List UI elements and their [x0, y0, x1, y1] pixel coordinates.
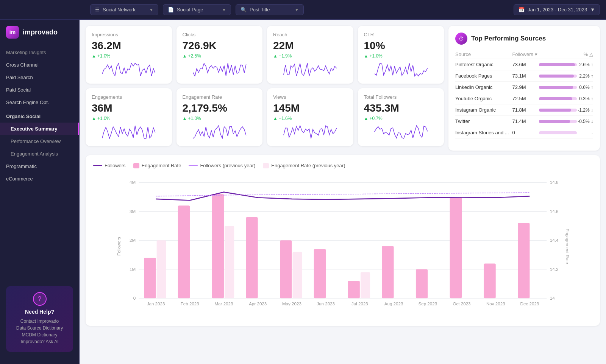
follower-count: 73.1M	[512, 70, 539, 82]
mini-bar-fill	[539, 86, 573, 89]
mini-bar	[539, 63, 577, 66]
bar-cell	[539, 59, 577, 70]
mini-bar	[539, 97, 577, 100]
mini-bar-fill	[539, 63, 575, 66]
date-range-filter[interactable]: 📅 Jan 1, 2023 - Dec 31, 2023 ▼	[514, 4, 600, 15]
help-section: ? Need Help? Contact Improvado Data Sour…	[0, 280, 79, 358]
legend-item: Engagement Rate	[133, 163, 181, 168]
svg-text:14.2: 14.2	[550, 267, 559, 272]
metric-change: ▲ +1.0%	[92, 53, 166, 59]
svg-text:Jan 2023: Jan 2023	[147, 301, 165, 306]
calendar-icon: 📅	[519, 7, 525, 12]
svg-rect-21	[280, 240, 292, 298]
metric-change: ▲ +2.5%	[183, 53, 257, 59]
bar-cell	[539, 82, 577, 93]
brand-name: improvado	[23, 28, 58, 36]
metric-label: Engagement Rate	[183, 94, 257, 100]
svg-text:0: 0	[133, 296, 136, 300]
svg-rect-24	[382, 246, 394, 298]
logo-area: im improvado	[0, 26, 79, 46]
data-source-dictionary-link[interactable]: Data Source Dictionary	[12, 325, 67, 331]
sidebar-item-performance-overview[interactable]: Performance Overview	[0, 135, 79, 148]
mini-bar-fill	[539, 75, 574, 78]
svg-text:Feb 2023: Feb 2023	[181, 301, 199, 306]
sidebar-item-paid-search[interactable]: Paid Search	[0, 71, 79, 84]
sparkline	[364, 125, 438, 140]
contact-improvado-link[interactable]: Contact Improvado	[12, 319, 67, 324]
social-network-filter[interactable]: ☰ Social Network ▼	[90, 4, 158, 15]
mcdm-dictionary-link[interactable]: MCDM Dictionary	[12, 332, 67, 338]
svg-text:Oct 2023: Oct 2023	[453, 301, 470, 306]
metric-card-total-followers: Total Followers 435.3M ▲ +0.7%	[358, 88, 444, 146]
svg-text:Apr 2023: Apr 2023	[249, 301, 267, 306]
metric-card-engagements: Engagements 36M ▲ +1.0%	[86, 88, 172, 146]
bar-cell	[539, 116, 577, 127]
svg-text:Sep 2023: Sep 2023	[418, 301, 437, 306]
metric-change: ▲ +1.9%	[273, 53, 347, 59]
top-sources-card: ⏱ Top Performing Sources Source Follower…	[448, 26, 600, 151]
post-title-filter[interactable]: 🔍 Post Title ▼	[236, 4, 304, 15]
mini-bar	[539, 75, 577, 78]
sidebar-item-executive-summary[interactable]: Executive Summary	[0, 123, 79, 135]
svg-text:14.6: 14.6	[550, 209, 559, 214]
sidebar-item-programmatic[interactable]: Programmatic	[0, 160, 79, 173]
svg-rect-23	[348, 281, 359, 298]
help-icon: ?	[33, 292, 47, 306]
sidebar-item-organic-social[interactable]: Organic Social	[0, 110, 79, 123]
svg-rect-17	[144, 258, 156, 298]
svg-text:Dec 2023: Dec 2023	[520, 301, 539, 306]
social-page-icon: 📄	[168, 7, 174, 12]
svg-rect-25	[416, 269, 428, 299]
sidebar-item-seo[interactable]: Search Engine Opt.	[0, 96, 79, 109]
metric-change: ▲ +1.0%	[92, 116, 166, 121]
sidebar-label: Programmatic	[6, 163, 37, 169]
sidebar-item-engagement-analysis[interactable]: Engagement Analysis	[0, 148, 79, 160]
legend-label: Followers (previous year)	[200, 163, 255, 168]
metric-value: 36.2M	[92, 40, 166, 52]
source-name: Instagram Stories and ...	[455, 127, 512, 138]
legend-item: Followers (previous year)	[189, 163, 255, 168]
sparkline	[364, 62, 438, 78]
sidebar-item-paid-social[interactable]: Paid Social	[0, 84, 79, 96]
sidebar-label: Organic Social	[6, 114, 41, 119]
metric-label: Total Followers	[364, 94, 438, 100]
logo-badge: im	[6, 26, 19, 39]
svg-text:14.4: 14.4	[550, 238, 559, 243]
sidebar: im improvado Marketing Insights Cross Ch…	[0, 20, 80, 364]
svg-text:14.8: 14.8	[550, 180, 559, 185]
top-sources-header: ⏱ Top Performing Sources	[455, 33, 593, 45]
help-box: ? Need Help? Contact Improvado Data Sour…	[6, 286, 73, 352]
bar-cell	[539, 104, 577, 116]
svg-text:3M: 3M	[130, 209, 136, 214]
table-row: Twitter 71.4M -0.5% ↓	[455, 116, 593, 127]
pct-change: -1.2% ↓	[577, 104, 593, 116]
source-name: Instagram Organic	[455, 104, 512, 116]
col-followers: Followers ▾	[512, 50, 539, 59]
ask-ai-link[interactable]: Improvado? Ask AI	[12, 339, 67, 344]
sidebar-item-cross-channel[interactable]: Cross Channel	[0, 59, 79, 71]
legend-line-swatch	[189, 165, 198, 166]
pct-change: 0.3% ↑	[577, 93, 593, 104]
pct-change: -	[577, 127, 593, 138]
metric-change: ▲ +1.6%	[273, 116, 347, 121]
metric-change: ▲ +1.0%	[183, 116, 257, 121]
sidebar-item-marketing-insights[interactable]: Marketing Insights	[0, 46, 79, 59]
svg-text:4M: 4M	[130, 180, 136, 185]
follower-count: 71.8M	[512, 104, 539, 116]
chart-container: 4M3M2M1M014.814.614.414.214FollowersEnga…	[93, 174, 592, 318]
metric-card-clicks: Clicks 726.9K ▲ +2.5%	[176, 26, 263, 84]
bar-cell	[539, 93, 577, 104]
metric-value: 36M	[92, 102, 166, 114]
legend-item: Engagement Rate (previous year)	[263, 163, 345, 168]
metric-card-engagement-rate: Engagement Rate 2,179.5% ▲ +1.0%	[176, 88, 263, 146]
metric-value: 10%	[364, 40, 438, 52]
table-row: Pinterest Organic 73.6M 2.6% ↑	[455, 59, 593, 70]
social-page-label: Social Page	[177, 7, 203, 12]
chevron-down-icon: ▼	[149, 8, 153, 12]
sidebar-item-ecommerce[interactable]: eCommerce	[0, 173, 79, 185]
legend-label: Engagement Rate	[142, 163, 181, 168]
pct-change: 0.6% ↑	[577, 82, 593, 93]
social-page-filter[interactable]: 📄 Social Page ▼	[163, 4, 231, 15]
svg-text:2M: 2M	[130, 238, 136, 243]
svg-rect-32	[361, 272, 370, 298]
